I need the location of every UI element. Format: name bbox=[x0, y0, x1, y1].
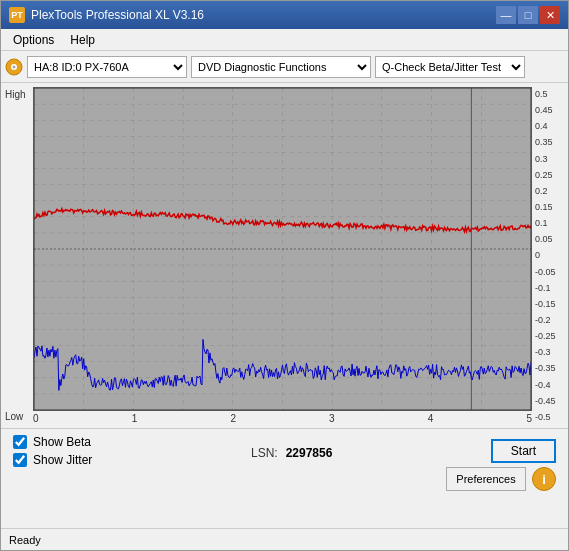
chart-left-label: High Low bbox=[5, 87, 33, 424]
lsn-value: 2297856 bbox=[286, 446, 333, 460]
title-bar-left: PT PlexTools Professional XL V3.16 bbox=[9, 7, 204, 23]
show-beta-label: Show Beta bbox=[33, 435, 91, 449]
bottom-buttons-row: Preferences i bbox=[1, 467, 568, 495]
x-label-4: 4 bbox=[428, 413, 434, 424]
lsn-area: LSN: 2297856 bbox=[251, 442, 332, 460]
x-label-0: 0 bbox=[33, 413, 39, 424]
preferences-button[interactable]: Preferences bbox=[446, 467, 526, 491]
status-text: Ready bbox=[9, 534, 41, 546]
disc-icon bbox=[5, 58, 23, 76]
bottom-panel: Show Beta Show Jitter LSN: 2297856 Start… bbox=[1, 428, 568, 528]
chart-label-low: Low bbox=[5, 411, 33, 422]
test-dropdown[interactable]: Q-Check Beta/Jitter Test bbox=[375, 56, 525, 78]
show-jitter-row: Show Jitter bbox=[13, 453, 92, 467]
window-title: PlexTools Professional XL V3.16 bbox=[31, 8, 204, 22]
info-button[interactable]: i bbox=[532, 467, 556, 491]
menu-bar: Options Help bbox=[1, 29, 568, 51]
close-button[interactable]: ✕ bbox=[540, 6, 560, 24]
start-button[interactable]: Start bbox=[491, 439, 556, 463]
drive-selector: HA:8 ID:0 PX-760A bbox=[5, 56, 187, 78]
show-jitter-label: Show Jitter bbox=[33, 453, 92, 467]
chart-label-high: High bbox=[5, 89, 33, 100]
menu-options[interactable]: Options bbox=[5, 31, 62, 49]
drive-dropdown[interactable]: HA:8 ID:0 PX-760A bbox=[27, 56, 187, 78]
minimize-button[interactable]: — bbox=[496, 6, 516, 24]
x-label-3: 3 bbox=[329, 413, 335, 424]
function-dropdown[interactable]: DVD Diagnostic Functions bbox=[191, 56, 371, 78]
lsn-label: LSN: bbox=[251, 446, 278, 460]
menu-help[interactable]: Help bbox=[62, 31, 103, 49]
chart-canvas-container bbox=[33, 87, 532, 411]
chart-area: High Low 0 1 2 3 4 5 0.5 0.45 0.4 0.35 0… bbox=[1, 83, 568, 428]
chart-right-labels: 0.5 0.45 0.4 0.35 0.3 0.25 0.2 0.15 0.1 … bbox=[532, 87, 564, 424]
checkboxes: Show Beta Show Jitter bbox=[13, 435, 92, 467]
app-icon: PT bbox=[9, 7, 25, 23]
x-axis-labels: 0 1 2 3 4 5 bbox=[33, 411, 532, 424]
show-jitter-checkbox[interactable] bbox=[13, 453, 27, 467]
main-window: PT PlexTools Professional XL V3.16 — □ ✕… bbox=[0, 0, 569, 551]
maximize-button[interactable]: □ bbox=[518, 6, 538, 24]
toolbar: HA:8 ID:0 PX-760A DVD Diagnostic Functio… bbox=[1, 51, 568, 83]
svg-point-2 bbox=[13, 65, 16, 68]
show-beta-checkbox[interactable] bbox=[13, 435, 27, 449]
x-label-2: 2 bbox=[230, 413, 236, 424]
chart-canvas bbox=[34, 88, 531, 410]
top-row-panel: Show Beta Show Jitter LSN: 2297856 Start bbox=[1, 429, 568, 467]
status-bar: Ready bbox=[1, 528, 568, 550]
show-beta-row: Show Beta bbox=[13, 435, 92, 449]
x-label-1: 1 bbox=[132, 413, 138, 424]
title-controls: — □ ✕ bbox=[496, 6, 560, 24]
title-bar: PT PlexTools Professional XL V3.16 — □ ✕ bbox=[1, 1, 568, 29]
